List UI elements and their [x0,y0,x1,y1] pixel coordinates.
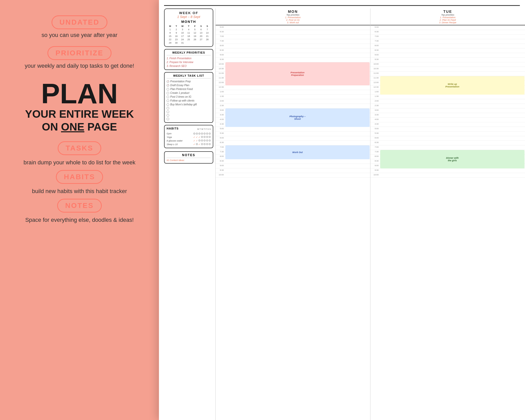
time-row: 7:00 [370,35,525,39]
task-checkbox: ✓ [167,84,169,87]
time-label: 12:00 [216,81,225,85]
time-row: 6:00 [370,25,525,30]
time-row: 7:00 [370,145,525,150]
time-label: 6:00 [370,25,380,30]
time-row: 4:30 [370,122,525,127]
tasks-badge: TASKS [58,141,101,155]
day-header: MONTop priorities1. Presentation2. Post … [216,8,370,25]
time-label: 9:30 [216,58,225,62]
time-label: 1:00 [216,90,225,94]
cal-cell: 18 [186,35,191,38]
time-content [225,173,370,177]
time-label: 7:30 [370,150,380,154]
day-priority-item: 2. Plan IG Feed [371,19,524,21]
cal-cell [204,41,210,44]
day-header: TUETop priorities1. Presentation2. Plan … [370,8,525,25]
cal-cell: 6 [198,28,204,31]
time-label: 10:30 [370,67,380,71]
habit-row: Gym [167,132,211,135]
habits-box-title: HABITS [167,127,179,131]
day-priority-item: 3. Work out [216,21,370,24]
time-row: 2:00 [370,99,525,104]
habit-day [198,139,200,142]
time-content [225,35,370,39]
cal-cell: 19 [192,35,198,38]
habit-day [196,143,198,145]
cal-cell: 22 [167,38,173,41]
habit-day [198,133,200,135]
task-item [167,110,211,114]
notes-section: NOTES Space for everything else, doodles… [25,199,134,223]
time-content [380,104,525,108]
cal-cell: 15 [167,35,173,38]
time-label: 7:30 [216,150,225,154]
time-label: 12:30 [370,85,380,90]
cal-cell: 28 [204,38,210,41]
notes-badge: NOTES [57,199,102,213]
time-content [380,168,525,173]
habit-day [209,139,211,142]
cal-cell: 11 [186,31,191,34]
habit-name: Yoga [167,136,185,138]
day-name: TUE [371,9,524,14]
habits-badge: HABITS [56,170,103,184]
day-column: TUETop priorities1. Presentation2. Plan … [370,8,525,420]
habit-row: 8 glasses water✓✓ [167,139,211,143]
cal-cell: 17 [179,35,185,38]
time-row: 1:30 [216,95,370,99]
habit-name: Gym [167,132,185,135]
time-label: 3:00 [216,108,225,113]
time-content [225,25,370,30]
task-checkbox [167,99,169,102]
time-label: 10:00 [216,173,225,177]
time-label: 1:30 [216,95,225,99]
cal-cell: 12 [192,31,198,34]
time-content [225,99,370,104]
habit-day [201,143,203,145]
time-content [225,136,370,141]
habit-name: 8 glasses water [167,139,185,142]
cal-cell: 31 [179,41,185,44]
time-row: 9:00 [216,53,370,58]
time-content [225,127,370,131]
task-checkbox [167,92,169,94]
cal-cell: 4 [186,28,191,31]
time-label: 6:00 [216,136,225,141]
habit-day [209,133,211,135]
habit-day [196,133,198,135]
time-row: 9:30 [216,168,370,173]
time-row: 9:00 [370,53,525,58]
time-content [380,30,525,34]
weekly-priorities-title: WEEKLY PRIORITIES [167,51,211,55]
time-content [225,168,370,173]
cal-cell: 27 [198,38,204,41]
cal-cell: 5 [192,28,198,31]
time-label: 12:00 [370,81,380,85]
time-label: 6:00 [370,136,380,141]
time-content [380,35,525,39]
plan-subheading: YOUR ENTIRE WEEK ON ONE PAGE [25,108,134,134]
time-label: 10:00 [370,173,380,177]
habit-day [193,133,195,135]
day-name: MON [216,9,370,14]
time-label: 8:30 [216,48,225,53]
time-content [225,104,370,108]
time-label: 5:00 [370,127,380,131]
cal-cell: 10 [179,31,185,34]
time-label: 11:30 [216,76,225,81]
task-checkbox [167,88,169,91]
time-content [380,127,525,131]
weekly-priority-item: 1. Finish Presentation [167,56,211,60]
habit-day [201,136,203,138]
time-label: 11:00 [370,72,380,76]
cal-cell: 16 [173,35,179,38]
time-row: 9:30 [370,168,525,173]
time-row: 6:30 [370,30,525,35]
time-row: 2:00 [216,99,370,104]
time-label: 7:00 [370,35,380,39]
event-block: Dinner with the girls [380,150,524,168]
time-row: 4:00 [370,118,525,122]
time-row: 8:30 [216,159,370,164]
habit-day [204,143,206,145]
habit-day: ✓ [196,136,198,138]
